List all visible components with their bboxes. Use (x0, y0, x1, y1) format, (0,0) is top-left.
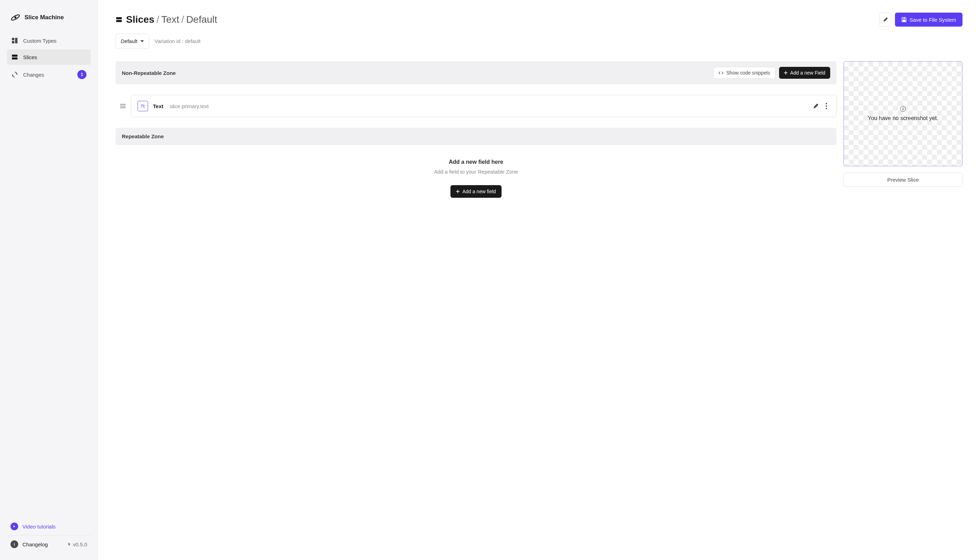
sidebar-item-slices[interactable]: Slices (7, 49, 91, 65)
sidebar-nav: Custom Types Slices Changes 1 (7, 33, 91, 83)
preview-button-label: Preview Slice (887, 177, 919, 183)
left-column: Non-Repeatable Zone Show code snippets (115, 61, 837, 212)
screenshot-placeholder[interactable]: i You have no screenshot yet. (843, 61, 962, 166)
slices-icon (11, 53, 18, 60)
svg-rect-3 (15, 38, 18, 43)
info-icon: i (900, 106, 906, 112)
sidebar-item-custom-types[interactable]: Custom Types (7, 33, 91, 48)
sidebar-item-label: Custom Types (23, 38, 87, 44)
svg-rect-4 (12, 41, 14, 43)
page-header: Slices / Text / Default Save to File S (115, 13, 962, 27)
add-field-button[interactable]: Add a new Field (779, 67, 830, 79)
header-actions: Save to File System (880, 13, 962, 27)
app-title: Slice Machine (25, 14, 64, 21)
custom-types-icon (11, 37, 18, 44)
sidebar-item-changelog[interactable]: i Changelog v0.5.0 (7, 535, 91, 553)
right-column: i You have no screenshot yet. Preview Sl… (843, 61, 962, 187)
breadcrumb-part: Default (186, 14, 217, 25)
svg-rect-6 (12, 57, 18, 60)
save-icon (901, 17, 907, 22)
no-screenshot-label: You have no screenshot yet. (868, 115, 938, 122)
svg-rect-13 (120, 104, 126, 105)
tutorials-label: Video tutorials (22, 523, 56, 530)
text-field-icon: T𝗍 (138, 101, 148, 111)
play-icon (10, 523, 18, 530)
breadcrumb: Slices / Text / Default (115, 14, 217, 25)
sidebar-item-label: Changes (23, 72, 72, 78)
repeatable-empty-state: Add a new field here Add a field to your… (115, 145, 837, 212)
empty-subtitle: Add a field to your Repeatable Zone (122, 169, 830, 175)
field-menu-button[interactable] (823, 103, 830, 110)
field-card: T𝗍 Text slice.primary.text (131, 95, 837, 117)
version-text: v0.5.0 (73, 542, 87, 547)
add-field-label: Add a new field (462, 188, 496, 194)
svg-rect-8 (116, 20, 122, 22)
variation-select[interactable]: Default (115, 33, 149, 48)
field-name: Text (153, 103, 163, 109)
svg-point-17 (826, 105, 827, 107)
info-icon: i (10, 540, 18, 548)
svg-rect-9 (903, 20, 905, 22)
save-button[interactable]: Save to File System (895, 13, 962, 27)
svg-rect-7 (116, 17, 122, 19)
pencil-icon (813, 103, 819, 109)
main-content: Slices / Text / Default Save to File S (98, 0, 980, 560)
logo-icon (10, 13, 20, 22)
field-actions (812, 103, 830, 110)
add-field-button-repeatable[interactable]: Add a new field (450, 185, 502, 198)
svg-point-1 (14, 17, 17, 18)
plus-icon (784, 71, 788, 75)
svg-rect-12 (784, 72, 788, 73)
svg-rect-10 (904, 18, 905, 18)
version-label: v0.5.0 (68, 542, 87, 547)
zone-header-actions: Show code snippets Add a new Field (713, 67, 830, 79)
edit-button[interactable] (880, 13, 892, 27)
non-repeatable-field-list: T𝗍 Text slice.primary.text (115, 84, 837, 128)
field-path: slice.primary.text (170, 103, 208, 109)
empty-title: Add a new field here (122, 159, 830, 165)
variation-id-label: Variation id : default (155, 38, 200, 44)
svg-point-16 (826, 103, 827, 104)
sidebar-item-tutorials[interactable]: Video tutorials (7, 518, 91, 535)
svg-point-18 (826, 108, 827, 109)
add-field-label: Add a new Field (790, 70, 825, 76)
slices-icon (115, 16, 122, 23)
plus-icon (456, 190, 460, 193)
repeatable-zone-header: Repeatable Zone (115, 128, 837, 145)
svg-rect-2 (12, 38, 14, 40)
variation-row: Default Variation id : default (115, 33, 962, 48)
changes-icon (11, 71, 18, 78)
breadcrumb-root: Slices (126, 14, 154, 25)
breadcrumb-text: Slices / Text / Default (126, 14, 217, 25)
non-repeatable-zone-header: Non-Repeatable Zone Show code snippets (115, 61, 837, 84)
chevron-down-icon (140, 40, 144, 42)
svg-rect-5 (12, 55, 18, 57)
sidebar-footer: Video tutorials i Changelog v0.5.0 (7, 518, 91, 553)
sidebar: Slice Machine Custom Types Slices (0, 0, 98, 560)
show-snippets-button[interactable]: Show code snippets (713, 67, 775, 79)
svg-rect-14 (120, 106, 126, 107)
svg-rect-15 (120, 107, 126, 108)
code-icon (718, 71, 723, 75)
zone-title: Non-Repeatable Zone (122, 70, 176, 76)
svg-rect-20 (456, 191, 460, 192)
pencil-icon (883, 17, 888, 22)
kebab-icon (826, 103, 827, 109)
zone-title: Repeatable Zone (122, 133, 164, 139)
breadcrumb-part: Text (162, 14, 179, 25)
save-button-label: Save to File System (910, 17, 956, 23)
show-snippets-label: Show code snippets (726, 70, 770, 76)
edit-field-button[interactable] (812, 103, 819, 110)
sidebar-item-changes[interactable]: Changes 1 (7, 66, 91, 83)
changelog-label: Changelog (22, 542, 48, 547)
preview-slice-button[interactable]: Preview Slice (843, 173, 962, 187)
content-columns: Non-Repeatable Zone Show code snippets (115, 61, 962, 212)
changes-badge: 1 (77, 70, 87, 79)
variation-selected: Default (121, 38, 138, 44)
breadcrumb-separator: / (157, 14, 159, 25)
sidebar-item-label: Slices (23, 54, 87, 60)
sidebar-header: Slice Machine (7, 7, 91, 33)
field-row: T𝗍 Text slice.primary.text (115, 95, 837, 117)
drag-handle-icon[interactable] (120, 104, 126, 108)
breadcrumb-separator: / (181, 14, 184, 25)
